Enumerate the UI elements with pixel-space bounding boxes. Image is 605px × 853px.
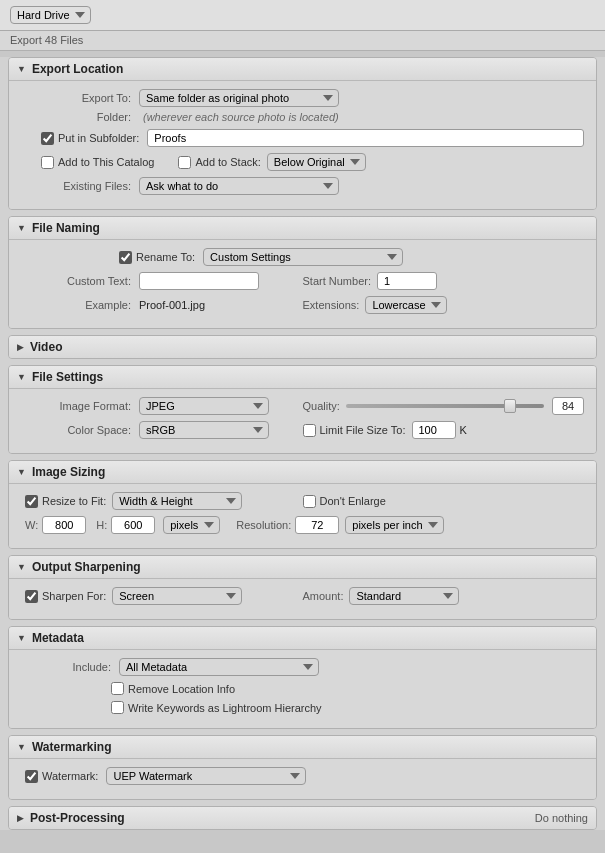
triangle-icon-post-processing: ▶	[17, 813, 24, 823]
dont-enlarge-label[interactable]: Don't Enlarge	[303, 495, 386, 508]
resolution-input[interactable]	[295, 516, 339, 534]
drive-selector[interactable]: Hard Drive	[10, 6, 91, 24]
triangle-icon-sharpening: ▼	[17, 562, 26, 572]
add-to-catalog-label[interactable]: Add to This Catalog	[41, 156, 154, 169]
resolution-unit-dropdown[interactable]: pixels per inch	[345, 516, 444, 534]
height-input[interactable]	[111, 516, 155, 534]
start-number-label: Start Number:	[303, 275, 371, 287]
export-count-text: Export 48 Files	[10, 34, 83, 46]
add-to-stack-label[interactable]: Add to Stack:	[178, 156, 260, 169]
section-body-output-sharpening: Sharpen For: Screen Amount: Standard	[9, 579, 596, 619]
watermark-dropdown[interactable]: UEP Watermark	[106, 767, 306, 785]
h-label: H:	[96, 519, 107, 531]
section-video: ▶ Video	[8, 335, 597, 359]
export-to-dropdown[interactable]: Same folder as original photo	[139, 89, 339, 107]
extensions-col: Extensions: Lowercase	[303, 296, 585, 314]
limit-file-size-input[interactable]	[412, 421, 456, 439]
section-image-sizing: ▼ Image Sizing Resize to Fit: Width & He…	[8, 460, 597, 549]
section-header-video[interactable]: ▶ Video	[9, 336, 596, 358]
remove-location-label[interactable]: Remove Location Info	[111, 682, 235, 695]
resize-to-fit-label[interactable]: Resize to Fit:	[25, 495, 106, 508]
section-title-export-location: Export Location	[32, 62, 123, 76]
add-catalog-stack-row: Add to This Catalog Add to Stack: Below …	[41, 153, 584, 171]
watermark-checkbox-label[interactable]: Watermark:	[25, 770, 98, 783]
triangle-icon: ▼	[17, 64, 26, 74]
rename-to-checkbox[interactable]	[119, 251, 132, 264]
sharpen-for-checkbox[interactable]	[25, 590, 38, 603]
section-title-file-settings: File Settings	[32, 370, 103, 384]
dont-enlarge-col: Don't Enlarge	[303, 495, 585, 508]
quality-value: 84	[552, 397, 584, 415]
folder-label: Folder:	[21, 111, 131, 123]
section-header-metadata[interactable]: ▼ Metadata	[9, 627, 596, 650]
watermark-checkbox[interactable]	[25, 770, 38, 783]
put-in-subfolder-checkbox[interactable]	[41, 132, 54, 145]
section-header-image-sizing[interactable]: ▼ Image Sizing	[9, 461, 596, 484]
limit-file-size-checkbox[interactable]	[303, 424, 316, 437]
folder-note: (wherever each source photo is located)	[143, 111, 339, 123]
width-input[interactable]	[42, 516, 86, 534]
resize-to-fit-row: Resize to Fit: Width & Height Don't Enla…	[21, 492, 584, 510]
quality-slider-thumb[interactable]	[504, 399, 516, 413]
section-header-post-processing[interactable]: ▶ Post-Processing Do nothing	[9, 807, 596, 829]
section-header-file-settings[interactable]: ▼ File Settings	[9, 366, 596, 389]
rename-to-dropdown[interactable]: Custom Settings	[203, 248, 403, 266]
sharpen-for-col: Sharpen For: Screen	[21, 587, 303, 605]
write-keywords-label[interactable]: Write Keywords as Lightroom Hierarchy	[111, 701, 322, 714]
add-to-stack-dropdown[interactable]: Below Original	[267, 153, 366, 171]
image-format-label: Image Format:	[21, 400, 131, 412]
triangle-icon-file-settings: ▼	[17, 372, 26, 382]
section-header-export-location[interactable]: ▼ Export Location	[9, 58, 596, 81]
custom-text-input[interactable]	[139, 272, 259, 290]
watermark-row: Watermark: UEP Watermark	[21, 767, 584, 785]
sharpen-for-dropdown[interactable]: Screen	[112, 587, 242, 605]
amount-label: Amount:	[303, 590, 344, 602]
section-body-image-sizing: Resize to Fit: Width & Height Don't Enla…	[9, 484, 596, 548]
resolution-label: Resolution:	[236, 519, 291, 531]
include-dropdown[interactable]: All Metadata	[119, 658, 319, 676]
triangle-icon-naming: ▼	[17, 223, 26, 233]
section-title-video: Video	[30, 340, 62, 354]
example-label: Example:	[21, 299, 131, 311]
write-keywords-checkbox[interactable]	[111, 701, 124, 714]
dimension-unit-dropdown[interactable]: pixels	[163, 516, 220, 534]
custom-text-label: Custom Text:	[21, 275, 131, 287]
section-export-location: ▼ Export Location Export To: Same folder…	[8, 57, 597, 210]
quality-slider-track	[346, 404, 544, 408]
extensions-label: Extensions:	[303, 299, 360, 311]
color-space-row: Color Space: sRGB Limit File Size To: K	[21, 421, 584, 439]
section-header-output-sharpening[interactable]: ▼ Output Sharpening	[9, 556, 596, 579]
resize-to-fit-checkbox[interactable]	[25, 495, 38, 508]
existing-files-row: Existing Files: Ask what to do	[21, 177, 584, 195]
color-space-dropdown[interactable]: sRGB	[139, 421, 269, 439]
subfolder-input[interactable]	[147, 129, 584, 147]
section-header-file-naming[interactable]: ▼ File Naming	[9, 217, 596, 240]
image-format-dropdown[interactable]: JPEG	[139, 397, 269, 415]
sharpen-for-row: Sharpen For: Screen Amount: Standard	[21, 587, 584, 605]
existing-files-dropdown[interactable]: Ask what to do	[139, 177, 339, 195]
existing-files-label: Existing Files:	[21, 180, 131, 192]
export-to-row: Export To: Same folder as original photo	[21, 89, 584, 107]
dont-enlarge-checkbox[interactable]	[303, 495, 316, 508]
add-to-stack-checkbox[interactable]	[178, 156, 191, 169]
start-number-input[interactable]	[377, 272, 437, 290]
section-title-output-sharpening: Output Sharpening	[32, 560, 141, 574]
limit-file-size-checkbox-label[interactable]: Limit File Size To:	[303, 424, 406, 437]
write-keywords-row: Write Keywords as Lightroom Hierarchy	[21, 701, 584, 714]
quality-slider-container: 84	[346, 397, 584, 415]
amount-dropdown[interactable]: Standard	[349, 587, 459, 605]
put-in-subfolder-label[interactable]: Put in Subfolder:	[41, 132, 139, 145]
triangle-icon-image-sizing: ▼	[17, 467, 26, 477]
sharpen-for-checkbox-label[interactable]: Sharpen For:	[25, 590, 106, 603]
section-watermarking: ▼ Watermarking Watermark: UEP Watermark	[8, 735, 597, 800]
rename-to-checkbox-label[interactable]: Rename To:	[119, 251, 195, 264]
add-to-catalog-checkbox[interactable]	[41, 156, 54, 169]
section-header-watermarking[interactable]: ▼ Watermarking	[9, 736, 596, 759]
resize-to-fit-dropdown[interactable]: Width & Height	[112, 492, 242, 510]
extensions-dropdown[interactable]: Lowercase	[365, 296, 447, 314]
remove-location-checkbox[interactable]	[111, 682, 124, 695]
wh-row: W: H: pixels Resolution: pixels per inch	[21, 516, 584, 534]
color-space-col: Color Space: sRGB	[21, 421, 303, 439]
section-body-file-naming: Rename To: Custom Settings Custom Text: …	[9, 240, 596, 328]
top-bar: Hard Drive	[0, 0, 605, 31]
